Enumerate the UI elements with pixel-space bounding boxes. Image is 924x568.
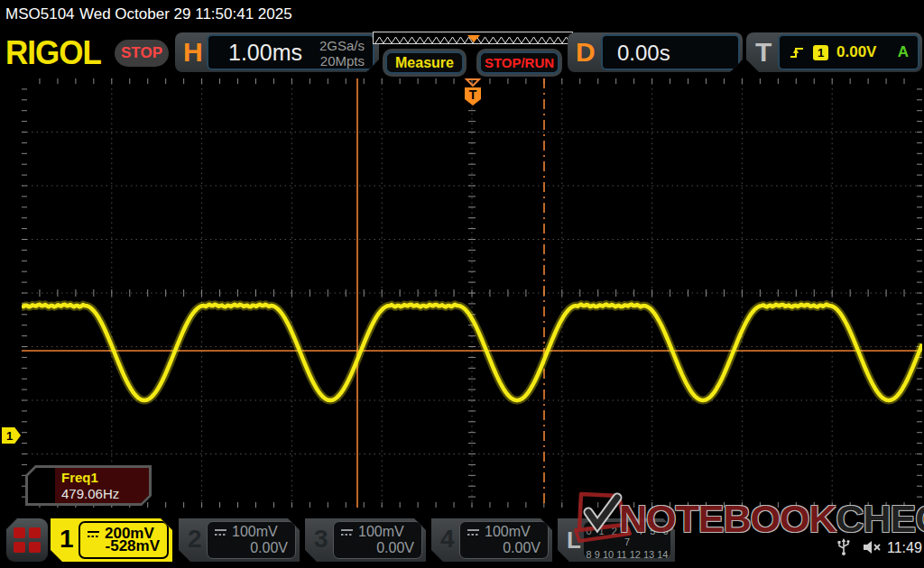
delay-label: D (576, 32, 596, 72)
channel-4-scale: 100mV (485, 524, 531, 540)
usb-icon (836, 538, 851, 556)
stop-run-button-label: STOP/RUN (485, 55, 554, 70)
channel-2-scale: 100mV (232, 524, 278, 540)
measurement-value: 479.06Hz (61, 486, 149, 501)
oscilloscope-screen: MSO5104 Wed October 29 11:50:41 2025 RIG… (0, 0, 924, 568)
channel-3-scale: 100mV (358, 524, 404, 540)
speaker-muted-icon (863, 540, 882, 554)
logic-label: L (567, 527, 581, 554)
record-preview-strip[interactable] (373, 32, 573, 44)
memory-depth: 20Mpts (319, 53, 365, 69)
channel-2-button[interactable]: 2 100mV 0.00V (179, 518, 300, 562)
sample-rate: 2GSa/s (319, 38, 365, 53)
trigger-box[interactable]: 1 0.00V A (778, 34, 919, 70)
clock: 11:49 (887, 540, 922, 556)
channel-4-button[interactable]: 4 100mV 0.00V (431, 518, 552, 562)
channel-1-number: 1 (60, 525, 74, 554)
measure-button[interactable]: Measure (385, 51, 464, 74)
channel-4-number: 4 (440, 525, 455, 554)
run-state-indicator: STOP (115, 40, 169, 67)
delay-value: 0.00s (617, 41, 670, 66)
svg-text:T: T (469, 87, 477, 102)
channel-3-number: 3 (314, 525, 328, 554)
trigger-mode: A (898, 43, 909, 61)
logic-channels-button[interactable]: L 0 1 2 3 4 5 6 7 8 9 10 11 12 13 14 15 (558, 518, 675, 562)
menu-button[interactable] (6, 518, 48, 562)
channel-1-button[interactable]: 1 200mV -528mV (51, 518, 172, 562)
channel-2-offset: 0.00V (250, 540, 288, 556)
channel-3-offset: 0.00V (376, 540, 414, 556)
channel-4-offset: 0.00V (503, 540, 541, 556)
horizontal-label: H (183, 32, 203, 72)
channel-1-offset: -528mV (106, 537, 160, 555)
measure-button-label: Measure (395, 55, 454, 71)
delay-settings-button[interactable]: D 0.00s (568, 32, 743, 72)
dc-coupling-icon (340, 528, 354, 536)
measurement-result-box[interactable]: Freq1 479.06Hz (25, 465, 152, 506)
waveform-display-area[interactable]: T (22, 78, 922, 508)
channel-3-button[interactable]: 3 100mV 0.00V (305, 518, 426, 562)
timebase-value: 1.00ms (228, 40, 302, 66)
date-time: Wed October 29 11:50:41 2025 (79, 5, 292, 23)
acquisition-info: 2GSa/s 20Mpts (319, 38, 365, 69)
model-name: MSO5104 (5, 5, 75, 23)
menu-grid-icon (14, 527, 41, 553)
trigger-slope-icon (789, 45, 805, 60)
stop-run-button[interactable]: STOP/RUN (479, 51, 559, 74)
ch1-ground-marker-label: 1 (6, 429, 13, 443)
record-waveform-icon (374, 34, 572, 45)
waveform-plot: T (22, 78, 922, 508)
trigger-settings-button[interactable]: T 1 0.00V A (746, 32, 922, 72)
logic-channels-row2: 8 9 10 11 12 13 14 15 (584, 549, 670, 568)
rigol-logo: RIGOL (5, 33, 101, 71)
top-status-bar: MSO5104 Wed October 29 11:50:41 2025 (0, 0, 924, 27)
dc-coupling-icon (467, 528, 480, 536)
dc-coupling-icon (87, 530, 100, 538)
dc-coupling-icon (214, 528, 227, 536)
measurement-name: Freq1 (61, 470, 149, 485)
horizontal-settings-button[interactable]: H 1.00ms 2GSa/s 20Mpts (175, 32, 379, 72)
delay-box[interactable]: 0.00s (601, 34, 740, 70)
ch1-ground-marker[interactable]: 1 (2, 427, 21, 444)
trigger-source-badge: 1 (813, 45, 828, 60)
channel-2-number: 2 (188, 525, 202, 554)
timebase-box[interactable]: 1.00ms 2GSa/s 20Mpts (207, 34, 374, 70)
trigger-level: 0.00V (836, 43, 876, 61)
trigger-label: T (755, 32, 772, 72)
logic-channels-row1: 0 1 2 3 4 5 6 7 (584, 526, 670, 547)
